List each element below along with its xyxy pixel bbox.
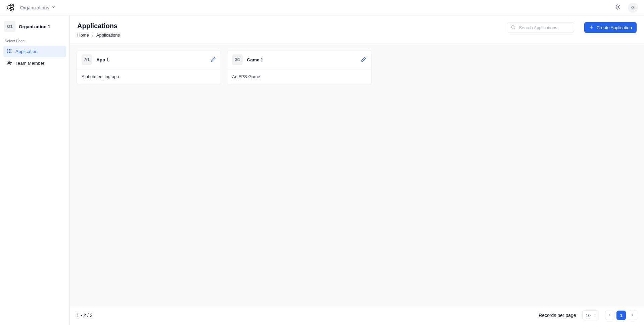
application-card[interactable]: G1Game 1An FPS Game xyxy=(227,50,371,85)
svg-line-9 xyxy=(619,8,619,9)
records-per-page-label: Records per page xyxy=(539,313,576,318)
user-avatar[interactable]: G xyxy=(628,3,638,13)
sidebar-item-label: Team Member xyxy=(15,61,44,66)
create-application-label: Create Application xyxy=(596,25,632,30)
application-grid: A1App 1A photo editing appG1Game 1An FPS… xyxy=(77,50,637,85)
svg-point-4 xyxy=(11,9,12,9)
records-per-page-select[interactable]: 10 xyxy=(582,310,599,320)
svg-rect-15 xyxy=(9,49,10,50)
breadcrumb-home[interactable]: Home xyxy=(77,33,89,38)
svg-rect-16 xyxy=(10,49,11,50)
application-description: An FPS Game xyxy=(227,69,371,85)
chevron-down-icon xyxy=(51,5,56,10)
application-name: Game 1 xyxy=(247,57,263,62)
sidebar-item-label: Application xyxy=(15,49,38,54)
app-logo[interactable] xyxy=(6,3,15,12)
main-header: Applications Home / Applications xyxy=(70,15,644,43)
grid-icon xyxy=(7,48,12,55)
svg-point-23 xyxy=(8,61,10,63)
next-page-button[interactable] xyxy=(628,311,637,320)
svg-line-13 xyxy=(619,5,619,6)
organizations-dropdown[interactable]: Organizations xyxy=(20,5,56,10)
svg-line-8 xyxy=(616,5,616,6)
application-badge: G1 xyxy=(232,54,243,65)
edit-application-button[interactable] xyxy=(361,57,366,63)
theme-toggle-button[interactable] xyxy=(612,2,623,13)
search-input[interactable] xyxy=(518,25,576,31)
create-application-button[interactable]: Create Application xyxy=(584,22,637,33)
records-per-page-value: 10 xyxy=(586,313,591,318)
svg-line-12 xyxy=(616,8,616,9)
records-range: 1 - 2 / 2 xyxy=(77,313,92,318)
edit-icon xyxy=(361,57,366,63)
svg-rect-19 xyxy=(10,51,11,52)
application-card[interactable]: A1App 1A photo editing app xyxy=(77,50,221,85)
breadcrumb-separator: / xyxy=(92,33,93,38)
application-badge: A1 xyxy=(82,54,92,65)
breadcrumb: Home / Applications xyxy=(77,33,120,38)
sidebar-item-application[interactable]: Application xyxy=(3,46,66,57)
svg-rect-20 xyxy=(7,52,8,53)
org-badge: O1 xyxy=(4,21,15,32)
svg-point-26 xyxy=(512,25,514,28)
prev-page-button[interactable] xyxy=(605,311,614,320)
sun-icon xyxy=(615,4,621,11)
user-icon xyxy=(7,60,12,66)
svg-point-3 xyxy=(11,5,12,6)
application-description: A photo editing app xyxy=(77,69,221,85)
edit-icon xyxy=(211,57,216,63)
svg-rect-17 xyxy=(7,51,8,52)
main: Applications Home / Applications xyxy=(70,15,644,325)
chevron-right-icon xyxy=(630,313,635,318)
svg-line-27 xyxy=(514,28,515,29)
sidebar-org-selector[interactable]: O1 Organization 1 xyxy=(3,19,66,37)
svg-rect-21 xyxy=(9,52,10,53)
sidebar-section-label: Select Page xyxy=(5,39,65,43)
search-applications[interactable] xyxy=(507,22,574,33)
breadcrumb-current: Applications xyxy=(96,33,120,38)
avatar-initial: G xyxy=(631,5,635,10)
svg-rect-22 xyxy=(10,52,11,53)
pagination-footer: 1 - 2 / 2 Records per page 10 xyxy=(70,307,644,325)
sidebar-item-team-member[interactable]: Team Member xyxy=(3,57,66,69)
page-number-button[interactable]: 1 xyxy=(616,311,626,320)
chevron-left-icon xyxy=(607,313,612,318)
svg-rect-14 xyxy=(7,49,8,50)
application-name: App 1 xyxy=(96,57,109,62)
page-number: 1 xyxy=(620,313,622,318)
organizations-dropdown-label: Organizations xyxy=(20,5,49,10)
search-icon xyxy=(511,25,515,31)
page-title: Applications xyxy=(77,22,120,30)
edit-application-button[interactable] xyxy=(211,57,216,63)
topbar: Organizations G xyxy=(0,0,644,15)
select-stepper-icon xyxy=(593,313,597,317)
plus-icon xyxy=(589,25,594,31)
svg-point-5 xyxy=(617,6,619,8)
sidebar: O1 Organization 1 Select Page Applicatio… xyxy=(0,15,70,325)
org-name: Organization 1 xyxy=(19,24,50,29)
svg-rect-18 xyxy=(9,51,10,52)
